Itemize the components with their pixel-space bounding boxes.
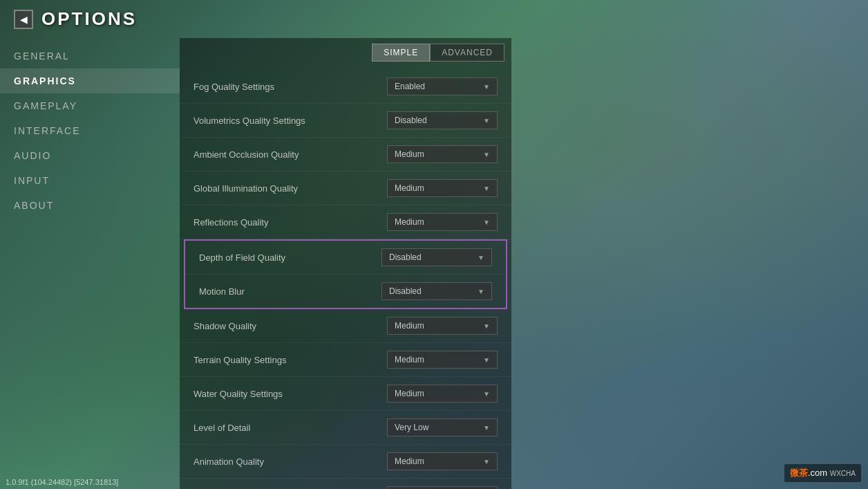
setting-row-animation-quality: Animation Quality Medium ▼ [180, 445, 511, 479]
setting-label-depth-of-field: Depth of Field Quality [199, 252, 381, 263]
tab-advanced[interactable]: ADVANCED [430, 44, 504, 62]
setting-dropdown-reflections-quality[interactable]: Medium ▼ [387, 213, 498, 231]
sidebar-item-audio[interactable]: AUDIO [0, 143, 180, 168]
page-title: OPTIONS [41, 8, 137, 30]
settings-list: Fog Quality Settings Enabled ▼ Volumetri… [180, 67, 511, 489]
main-container: ◀ OPTIONS GENERAL GRAPHICS GAMEPLAY INTE… [0, 0, 868, 489]
sidebar: GENERAL GRAPHICS GAMEPLAY INTERFACE AUDI… [0, 38, 180, 489]
setting-label-water-quality: Water Quality Settings [194, 389, 387, 399]
highlighted-settings-group: Depth of Field Quality Disabled ▼ Motion… [184, 239, 507, 309]
setting-label-reflections-quality: Reflections Quality [194, 217, 387, 228]
chevron-down-icon: ▼ [483, 356, 490, 364]
title-bar: ◀ OPTIONS [0, 0, 868, 38]
setting-dropdown-depth-of-field[interactable]: Disabled ▼ [381, 248, 492, 266]
chevron-down-icon: ▼ [483, 117, 490, 124]
tab-bar: SIMPLE ADVANCED [180, 38, 511, 67]
setting-dropdown-level-of-detail[interactable]: Very Low ▼ [387, 418, 498, 436]
setting-label-level-of-detail: Level of Detail [194, 423, 387, 433]
setting-dropdown-shadow-quality[interactable]: Medium ▼ [387, 317, 498, 335]
setting-row-motion-blur: Motion Blur Disabled ▼ [185, 275, 506, 308]
setting-dropdown-ambient-occlusion[interactable]: Medium ▼ [387, 145, 498, 163]
setting-label-ambient-occlusion: Ambient Occlusion Quality [194, 149, 387, 160]
setting-row-water-quality: Water Quality Settings Medium ▼ [180, 377, 511, 411]
setting-row-texture-quality: Texture Quality Settings Medium ▼ [180, 479, 511, 489]
chevron-down-icon: ▼ [483, 390, 490, 398]
setting-row-ambient-occlusion: Ambient Occlusion Quality Medium ▼ [180, 138, 511, 172]
chevron-down-icon: ▼ [483, 458, 490, 465]
sidebar-item-input[interactable]: INPUT [0, 168, 180, 193]
setting-row-global-illumination: Global Illumination Quality Medium ▼ [180, 172, 511, 205]
setting-dropdown-animation-quality[interactable]: Medium ▼ [387, 452, 498, 470]
sidebar-item-interface[interactable]: INTERFACE [0, 118, 180, 143]
setting-label-shadow-quality: Shadow Quality [194, 321, 387, 331]
setting-row-level-of-detail: Level of Detail Very Low ▼ [180, 411, 511, 445]
setting-label-fog-quality: Fog Quality Settings [194, 82, 387, 92]
setting-dropdown-texture-quality[interactable]: Medium ▼ [387, 486, 498, 489]
content-area: GENERAL GRAPHICS GAMEPLAY INTERFACE AUDI… [0, 38, 868, 489]
setting-dropdown-water-quality[interactable]: Medium ▼ [387, 385, 498, 403]
chevron-down-icon: ▼ [483, 185, 490, 192]
setting-row-fog-quality: Fog Quality Settings Enabled ▼ [180, 70, 511, 104]
sidebar-item-gameplay[interactable]: GAMEPLAY [0, 93, 180, 118]
back-button[interactable]: ◀ [14, 10, 33, 29]
setting-dropdown-terrain-quality[interactable]: Medium ▼ [387, 351, 498, 369]
setting-row-reflections-quality: Reflections Quality Medium ▼ [180, 205, 511, 239]
settings-panel: SIMPLE ADVANCED Fog Quality Settings Ena… [180, 38, 511, 489]
setting-row-terrain-quality: Terrain Quality Settings Medium ▼ [180, 343, 511, 377]
setting-dropdown-fog-quality[interactable]: Enabled ▼ [387, 77, 498, 95]
setting-row-shadow-quality: Shadow Quality Medium ▼ [180, 309, 511, 343]
setting-label-volumetrics-quality: Volumetrics Quality Settings [194, 116, 387, 126]
chevron-down-icon: ▼ [483, 83, 490, 91]
setting-label-motion-blur: Motion Blur [199, 286, 381, 297]
sidebar-item-general[interactable]: GENERAL [0, 44, 180, 68]
chevron-down-icon: ▼ [483, 151, 490, 158]
sidebar-item-graphics[interactable]: GRAPHICS [0, 68, 180, 93]
chevron-down-icon: ▼ [483, 322, 490, 330]
chevron-down-icon: ▼ [478, 254, 484, 261]
setting-dropdown-global-illumination[interactable]: Medium ▼ [387, 179, 498, 197]
setting-dropdown-motion-blur[interactable]: Disabled ▼ [381, 282, 492, 300]
chevron-down-icon: ▼ [483, 424, 490, 432]
tab-simple[interactable]: SIMPLE [372, 44, 430, 62]
setting-label-global-illumination: Global Illumination Quality [194, 183, 387, 194]
setting-row-depth-of-field: Depth of Field Quality Disabled ▼ [185, 241, 506, 275]
setting-row-volumetrics-quality: Volumetrics Quality Settings Disabled ▼ [180, 104, 511, 138]
sidebar-item-about[interactable]: ABOUT [0, 193, 180, 218]
chevron-down-icon: ▼ [483, 219, 490, 226]
chevron-down-icon: ▼ [478, 288, 484, 295]
setting-dropdown-volumetrics-quality[interactable]: Disabled ▼ [387, 111, 498, 129]
setting-label-animation-quality: Animation Quality [194, 456, 387, 467]
setting-label-terrain-quality: Terrain Quality Settings [194, 355, 387, 365]
